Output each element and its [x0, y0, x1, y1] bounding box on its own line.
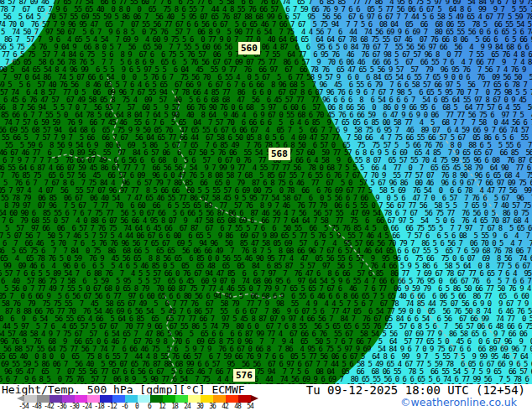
scale-tick-label: 54: [240, 403, 260, 410]
scale-color-block: [75, 395, 87, 403]
contour-label-576: 576: [233, 369, 255, 382]
scale-arrow-right-icon: [251, 395, 258, 402]
footer-bar: Height/Temp. 500 hPa [gdmp][°C] ECMWF Tu…: [0, 384, 532, 411]
copyright-link[interactable]: ©weatheronline.co.uk: [400, 397, 517, 408]
scale-color-block: [138, 395, 150, 403]
scale-color-block: [150, 395, 163, 403]
scale-color-block: [188, 395, 201, 403]
weather-map: 08 57 87 09 46 77 65 77 54 66 6 77 55 60…: [0, 0, 532, 384]
temperature-color-scale: [17, 395, 258, 403]
scale-color-block: [87, 395, 100, 403]
scale-tick-labels: -54-48-42-36-30-24-18-12-606121824303642…: [0, 403, 277, 410]
scale-color-block: [238, 395, 251, 403]
scale-color-block: [125, 395, 138, 403]
scale-color-block: [100, 395, 112, 403]
scale-color-block: [62, 395, 75, 403]
scale-color-block: [112, 395, 125, 403]
scale-color-block: [37, 395, 50, 403]
scale-color-block: [24, 395, 37, 403]
color-scale-blocks: [24, 395, 251, 403]
contour-label-568: 568: [269, 148, 290, 160]
map-title: Height/Temp. 500 hPa [gdmp][°C] ECMWF: [2, 383, 245, 396]
forecast-datetime: Tu 09-12-2025 18:00 UTC (12+54): [306, 384, 525, 397]
contour-label-560: 560: [238, 42, 260, 55]
scale-color-block: [163, 395, 175, 403]
scale-color-block: [201, 395, 213, 403]
scale-color-block: [175, 395, 188, 403]
scale-color-block: [50, 395, 62, 403]
scale-arrow-left-icon: [17, 395, 24, 402]
scale-color-block: [226, 395, 238, 403]
scale-color-block: [213, 395, 226, 403]
gridpoint-digit-texture: 08 57 87 09 46 77 65 77 54 66 6 77 55 60…: [0, 0, 532, 384]
